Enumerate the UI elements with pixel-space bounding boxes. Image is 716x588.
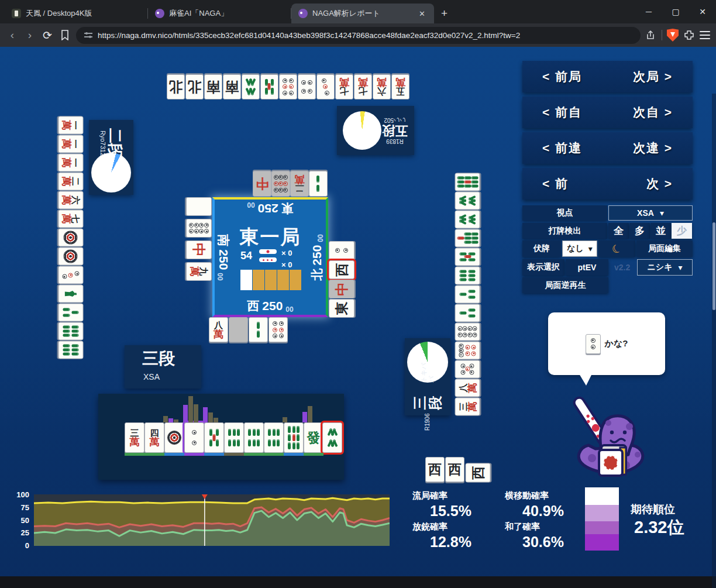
viewpoint-select[interactable]: XSA▾: [608, 205, 693, 221]
menu-icon[interactable]: [700, 31, 710, 39]
mahjong-tile-W: 西: [465, 463, 490, 482]
extensions-puzzle-icon[interactable]: [683, 29, 695, 41]
rotated-tile-slot: 三萬: [455, 397, 480, 416]
dahai-probability-bars: [183, 396, 198, 422]
mahjong-tile-2m: 二萬: [58, 173, 84, 191]
mahjong-tile-2p: [586, 334, 601, 354]
fusehai-select[interactable]: なし▾: [562, 240, 597, 257]
rotated-tile-slot: 一萬: [58, 116, 84, 135]
rotated-tile-slot: 九萬: [186, 260, 212, 282]
dahai-option-all[interactable]: 全: [608, 223, 629, 239]
board-edit-button[interactable]: 局面編集: [636, 240, 693, 257]
mahjong-tile-W: 西: [329, 260, 354, 279]
tab-tenhou[interactable]: 天鳳 / Desktop4K版: [5, 4, 147, 23]
rank-bar-segment: [585, 534, 619, 551]
mahjong-tile-3s: [58, 304, 84, 322]
viewpoint-label: 視点: [522, 205, 607, 221]
mahjong-tile-5s[interactable]: [204, 422, 224, 453]
chevron-down-icon: ▾: [678, 263, 682, 272]
mahjong-tile-3m[interactable]: 三萬: [125, 422, 144, 453]
minimize-button[interactable]: ─: [635, 7, 662, 16]
mahjong-tile-6s[interactable]: [264, 422, 284, 453]
mahjong-tile-3p: [316, 74, 335, 99]
reverse-play-button[interactable]: 局面逆再生: [522, 277, 608, 293]
next-self-turn-button[interactable]: 次自 >: [633, 104, 673, 121]
mahjong-tile-6p: [279, 74, 297, 99]
rotated-tile-slot: [455, 229, 480, 247]
dahai-option-few[interactable]: 少: [672, 223, 692, 239]
mahjong-tile-1p[interactable]: [164, 422, 184, 453]
mahjong-tile-F[interactable]: 發: [304, 422, 323, 453]
dahai-option-normal[interactable]: 並: [650, 223, 671, 239]
stat-draw: 流局確率15.5%: [412, 490, 471, 520]
close-button[interactable]: ✕: [689, 7, 716, 16]
mahjong-tile-W: 西: [425, 457, 445, 482]
new-tab-button[interactable]: +: [441, 7, 448, 20]
prev-self-turn-button[interactable]: < 前自: [542, 104, 582, 121]
tile-eval-strip: [144, 453, 164, 456]
chevron-down-icon: ▾: [588, 244, 593, 253]
prev-step-button[interactable]: < 前: [542, 176, 569, 192]
maximize-button[interactable]: ▢: [662, 7, 689, 16]
mahjong-tile-2p: [329, 241, 354, 260]
model-select[interactable]: ニシキ▾: [637, 259, 693, 276]
rotated-tile-slot: [58, 303, 84, 322]
rotated-tile-slot: [186, 195, 212, 217]
progress-segment: [277, 270, 289, 290]
mahjong-tile-6s[interactable]: [244, 422, 264, 453]
mahjong-tile-8s[interactable]: [322, 422, 342, 453]
next-mismatch-button[interactable]: 次違 >: [633, 140, 673, 156]
scrollbar[interactable]: [712, 94, 716, 588]
tab-naga-report[interactable]: NAGA解析レポート ✕: [291, 4, 434, 23]
share-icon[interactable]: [645, 29, 657, 41]
mahjong-tile-5s: [455, 248, 480, 266]
brave-shield-icon[interactable]: [667, 29, 679, 42]
url-bar[interactable]: https://naga.dmv.nico/htmls/335cecb32efc…: [76, 27, 641, 44]
mahjong-tile-4m[interactable]: 四萬: [144, 422, 164, 453]
mahjong-tile-8m: 八萬: [455, 379, 480, 397]
tab-naga-home[interactable]: 麻雀AI「NAGA」: [148, 4, 291, 23]
probability-trend-chart[interactable]: [34, 494, 390, 546]
mahjong-tile-6s[interactable]: [224, 422, 244, 453]
discards-toimen: 中二萬: [253, 171, 328, 197]
tab-close-icon[interactable]: ✕: [417, 9, 427, 18]
rotated-tile-slot: [186, 217, 212, 239]
dahai-probability-bars: [203, 407, 218, 422]
mahjong-tile-6m: 六萬: [373, 74, 391, 99]
fusehai-label: 伏牌: [522, 240, 561, 257]
tab-title: NAGA解析レポート: [312, 8, 412, 19]
mahjong-tile-2p[interactable]: [184, 422, 204, 453]
bookmark-icon[interactable]: [58, 30, 71, 40]
tile-eval-strip: [184, 453, 204, 456]
forward-icon[interactable]: ›: [23, 29, 36, 42]
mahjong-tile-1m: 一萬: [58, 135, 84, 153]
night-mode-toggle[interactable]: ☾: [598, 240, 635, 257]
expected-rank-value: 2.32位: [634, 516, 684, 539]
bubble-tail: [579, 374, 592, 386]
mahjong-tile-6m: 六萬: [58, 191, 84, 209]
naga-snake-mascot: [569, 389, 653, 477]
rotated-tile-slot: [455, 191, 480, 210]
back-icon[interactable]: ‹: [6, 29, 19, 42]
scrollbar-thumb[interactable]: [712, 222, 715, 310]
stat-side-move: 横移動確率40.9%: [505, 490, 564, 520]
progress-segment: [253, 270, 264, 290]
drawn-tile-slot: [322, 422, 342, 453]
reload-icon[interactable]: ⟳: [41, 29, 54, 42]
prev-round-button[interactable]: < 前局: [542, 68, 582, 85]
mahjong-tile-9s[interactable]: [284, 422, 304, 453]
bottom-bar: [0, 576, 716, 588]
site-settings-icon[interactable]: [84, 32, 92, 39]
dahai-option-many[interactable]: 多: [629, 223, 650, 239]
toolbar-separator: [662, 30, 662, 40]
next-step-button[interactable]: 次 >: [646, 176, 673, 192]
prev-mismatch-button[interactable]: < 前違: [542, 140, 582, 156]
mahjong-tile-S: 南: [204, 74, 222, 99]
rotated-tile-slot: 東: [329, 298, 354, 318]
rotated-tile-slot: [329, 240, 354, 260]
naga-suggestion-bubble: かな?: [548, 312, 665, 375]
mahjong-tile-6s: [58, 341, 84, 359]
url-text[interactable]: https://naga.dmv.nico/htmls/335cecb32efc…: [98, 31, 520, 40]
next-round-button[interactable]: 次局 >: [633, 68, 673, 85]
ptev-button[interactable]: ptEV: [566, 259, 608, 276]
